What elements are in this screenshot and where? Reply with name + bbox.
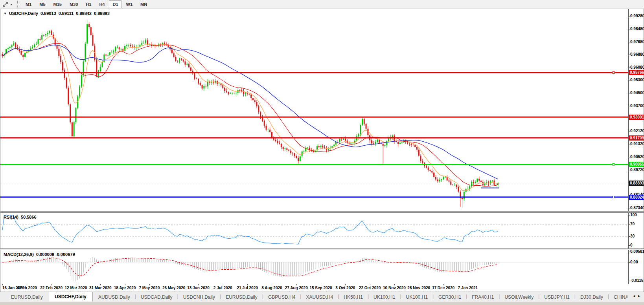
symbol-tab-uk100-h1[interactable]: UK100,H1: [401, 292, 432, 301]
ohlc-close: 0.88893: [94, 11, 110, 16]
level-line-0.93001[interactable]: [0, 117, 628, 118]
symbol-tab-fra40-h1[interactable]: FRA40,H1: [467, 292, 499, 301]
timeframe-button-d1[interactable]: D1: [109, 0, 121, 8]
symbol-tab-usdchf-daily[interactable]: USDCHF,Daily: [49, 292, 92, 301]
tab-scroll-left-icon[interactable]: ◄: [632, 294, 636, 298]
symbol-tab-xauusd-h4[interactable]: XAUUSD,H4: [301, 292, 338, 301]
symbol-name: USDCHF,Daily: [9, 11, 38, 16]
date-tick: [394, 284, 395, 285]
current-price-badge: 0.88893: [629, 181, 644, 186]
date-tick: [100, 284, 101, 285]
date-tick: [370, 284, 370, 285]
date-tick: [149, 284, 150, 285]
toolbar-grip: [17, 1, 19, 7]
symbol-tab-hk50-h1[interactable]: HK50,H1: [339, 292, 368, 301]
line-handle[interactable]: [613, 163, 615, 165]
bottom-strip: [0, 302, 644, 305]
price-tick-label: 0.91320: [630, 142, 644, 146]
date-tick: [52, 284, 52, 285]
price-tick-label: 0.93700: [630, 104, 644, 108]
symbol-tab-usdcnh-daily[interactable]: USDCNH,Daily: [178, 292, 220, 301]
candlestick-chart[interactable]: [0, 9, 628, 211]
symbol-tab-audusd-daily[interactable]: AUDUSD,Daily: [94, 292, 135, 301]
ohlc-low: 0.88842: [76, 11, 92, 16]
symbol-tab-usoil-weekly[interactable]: USOil,Weekly: [500, 292, 538, 301]
price-tick-label: 0.92120: [630, 129, 644, 133]
level-price-badge: 0.91709: [629, 135, 644, 141]
timeframe-buttons: M1M5M15M30H1H4D1W1MN: [22, 0, 151, 8]
price-axis[interactable]: 0.992800.984800.976800.968800.960800.953…: [628, 9, 644, 211]
timeframe-button-w1[interactable]: W1: [123, 0, 136, 8]
tab-scroll-right-icon[interactable]: ►: [637, 294, 641, 298]
timeframe-button-mn[interactable]: MN: [137, 0, 151, 8]
price-tick: [629, 131, 630, 131]
price-tick: [629, 42, 630, 42]
price-tick: [629, 55, 630, 55]
symbol-tab-usdjpy-h1[interactable]: USDJPY,H1: [539, 292, 574, 301]
level-line-0.91709[interactable]: [0, 137, 628, 139]
chart-title: ▼ USDCHF,Daily 0.89013 0.89111 0.88842 0…: [4, 11, 110, 16]
symbol-tab-eurusd-daily[interactable]: EURUSD,Daily: [6, 292, 48, 301]
symbol-tab-eurusd-daily[interactable]: EURUSD,Daily: [221, 292, 262, 301]
price-tick: [629, 16, 630, 16]
date-axis[interactable]: 16 Jan 20204 Feb 202022 Feb 202012 Mar 2…: [0, 284, 644, 292]
price-tick: [629, 106, 630, 106]
date-tick: [174, 284, 174, 285]
date-tick: [419, 284, 419, 285]
date-label: 22 Feb 2020: [40, 286, 63, 290]
line-handle[interactable]: [613, 196, 615, 198]
date-label: 21 Jul 2020: [237, 286, 258, 290]
rsi-label: RSI(14) 50.5866: [4, 215, 37, 219]
rsi-tick-label: 30: [630, 234, 635, 238]
symbol-tab-bar: EURUSD,Daily USDCHF,Daily AUDUSD,Daily|U…: [0, 292, 644, 302]
level-price-badge: 0.93001: [629, 115, 644, 120]
timeframe-button-m1[interactable]: M1: [22, 0, 35, 8]
date-tick: [443, 284, 444, 285]
timeframe-button-m15[interactable]: M15: [50, 0, 65, 8]
date-label: 7 May 2020: [139, 286, 160, 290]
macd-chart[interactable]: [0, 250, 628, 284]
macd-tick: [629, 262, 630, 263]
macd-panel: MACD(12,26,9) 0.000009 -0.000679 0.00581…: [0, 250, 644, 284]
date-label: 18 Apr 2020: [114, 286, 136, 290]
price-tick-label: 0.96080: [630, 65, 644, 69]
price-tick: [629, 80, 630, 80]
price-tick: [629, 170, 630, 170]
macd-tick-label: 0.00: [630, 260, 638, 264]
rsi-chart[interactable]: [0, 213, 628, 248]
level-price-badge: 0.88024: [629, 195, 644, 200]
chevron-down-icon: ▼: [10, 3, 13, 6]
level-line-0.95766[interactable]: [0, 72, 628, 73]
symbol-tab-gbpusd-h4[interactable]: GBPUSD,H4: [263, 292, 300, 301]
rsi-tick: [629, 236, 630, 237]
rsi-axis[interactable]: 10070300: [628, 213, 644, 248]
price-tick-label: 0.99280: [630, 14, 644, 18]
timeframe-button-m30[interactable]: M30: [66, 0, 81, 8]
symbol-tab-usdcad-daily[interactable]: USDCAD,Daily: [136, 292, 177, 301]
timeframe-button-m5[interactable]: M5: [36, 0, 49, 8]
timeframe-button-h1[interactable]: H1: [82, 0, 95, 8]
rsi-tick-label: 70: [630, 222, 635, 226]
ohlc-open: 0.89013: [40, 11, 56, 16]
price-tick-label: 0.95300: [630, 78, 644, 82]
date-tick: [2, 284, 3, 285]
date-label: 31 Mar 2020: [89, 286, 112, 290]
symbol-dropdown-icon[interactable]: ▼: [4, 12, 7, 15]
level-line-0.88024[interactable]: [0, 197, 628, 198]
price-tick: [629, 208, 630, 208]
level-line-0.90055[interactable]: [0, 164, 628, 165]
symbol-tab-uk100-h1[interactable]: UK100,H1: [369, 292, 400, 301]
price-tick: [629, 29, 630, 29]
symbol-tab-ger30-h1[interactable]: GER30,H1: [434, 292, 466, 301]
price-tick-label: 0.89720: [630, 168, 644, 172]
timeframe-button-h4[interactable]: H4: [96, 0, 108, 8]
symbol-tab-dj30-daily[interactable]: DJ30,Daily: [576, 292, 608, 301]
price-tick: [629, 68, 630, 68]
line-handle[interactable]: [613, 71, 615, 73]
date-tick: [247, 284, 248, 285]
date-label: 15 Sep 2020: [309, 286, 332, 290]
price-tick: [629, 157, 630, 157]
chart-tool-selector[interactable]: ▼: [0, 0, 15, 9]
price-tick-label: 0.97680: [630, 40, 644, 44]
macd-axis[interactable]: 0.0058180.00-0.011514: [628, 250, 644, 284]
